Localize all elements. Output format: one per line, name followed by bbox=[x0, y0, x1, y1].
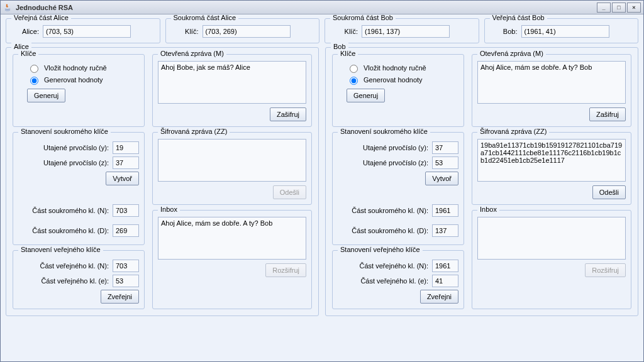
bob-send-button[interactable]: Odešli bbox=[592, 185, 626, 199]
bob-priv-n[interactable] bbox=[432, 204, 458, 217]
alice-private-value[interactable] bbox=[203, 25, 291, 38]
panel-legend: Veřejná část Bob bbox=[490, 14, 547, 21]
radio-label: Generovat hodnoty bbox=[364, 76, 423, 84]
label-prime-z: Utajené prvočíslo (z): bbox=[338, 159, 428, 167]
bob-keys-panel: Klíče Vložit hodnoty ručně Generovat hod… bbox=[332, 54, 464, 127]
window-buttons: _ □ × bbox=[597, 3, 641, 13]
alice-publish-button[interactable]: Zveřejni bbox=[101, 290, 139, 304]
bob-private-key-panel: Stanovení soukromého klíče Utajené prvoč… bbox=[332, 132, 464, 245]
alice-inbox-panel: Inbox Rozšifruj bbox=[152, 210, 312, 309]
bob-radio-generate[interactable] bbox=[350, 77, 358, 85]
bob-public-value[interactable] bbox=[521, 25, 609, 38]
panel-legend: Soukromá část Bob bbox=[330, 14, 396, 21]
window-title: Jednoduché RSA bbox=[16, 4, 597, 11]
bob-inbox-panel: Inbox Rozšifruj bbox=[472, 210, 631, 309]
main-row: Alice Klíče Vložit hodnoty ručně Generov… bbox=[6, 47, 638, 316]
bob-priv-d[interactable] bbox=[432, 224, 458, 237]
bob-private-panel: Soukromá část Bob Klíč: bbox=[325, 18, 479, 43]
label-prime-z: Utajené prvočíslo (z): bbox=[18, 159, 109, 167]
alice-public-panel: Veřejná část Alice Alice: bbox=[6, 18, 160, 43]
bob-section: Bob Klíče Vložit hodnoty ručně Generovat… bbox=[325, 47, 638, 316]
bob-create-button[interactable]: Vytvoř bbox=[425, 172, 458, 185]
label-prime-y: Utajené prvočíslo (y): bbox=[338, 144, 428, 151]
label-priv-n: Část soukromého kl. (N): bbox=[338, 207, 428, 214]
maximize-button[interactable]: □ bbox=[612, 3, 626, 13]
alice-keys-panel: Klíče Vložit hodnoty ručně Generovat hod… bbox=[13, 54, 145, 127]
bob-open-msg-panel: Otevřená zpráva (M) Zašifruj bbox=[472, 54, 631, 127]
alice-create-button[interactable]: Vytvoř bbox=[106, 172, 139, 185]
close-button[interactable]: × bbox=[627, 3, 641, 13]
alice-prime-y[interactable] bbox=[113, 141, 139, 154]
bob-prime-z[interactable] bbox=[432, 156, 458, 169]
panel-legend: Šifrovaná zpráva (ZZ) bbox=[477, 128, 549, 135]
bob-private-label: Klíč: bbox=[331, 28, 358, 35]
bob-public-label: Bob: bbox=[491, 28, 518, 35]
alice-cipher[interactable] bbox=[158, 139, 306, 182]
panel-legend: Soukromá část Alice bbox=[171, 14, 239, 21]
label-priv-n: Část soukromého kl. (N): bbox=[18, 207, 109, 214]
app-window: Jednoduché RSA _ □ × Veřejná část Alice … bbox=[0, 0, 644, 362]
bob-generate-button[interactable]: Generuj bbox=[347, 89, 385, 102]
bob-cipher[interactable] bbox=[477, 139, 626, 182]
minimize-button[interactable]: _ bbox=[597, 3, 611, 13]
label-pub-e: Část veřejného kl. (e): bbox=[18, 277, 109, 285]
panel-legend: Klíče bbox=[338, 50, 358, 57]
bob-decrypt-button: Rozšifruj bbox=[585, 263, 626, 277]
alice-prime-z[interactable] bbox=[113, 156, 139, 169]
label-prime-y: Utajené prvočíslo (y): bbox=[18, 144, 109, 151]
alice-private-panel: Soukromá část Alice Klíč: bbox=[165, 18, 320, 43]
alice-private-label: Klíč: bbox=[172, 28, 199, 35]
alice-radio-generate[interactable] bbox=[30, 77, 38, 85]
alice-generate-button[interactable]: Generuj bbox=[27, 89, 65, 102]
panel-legend: Klíče bbox=[18, 50, 38, 57]
alice-pub-e[interactable] bbox=[113, 275, 139, 287]
bob-prime-y[interactable] bbox=[432, 141, 458, 154]
bob-cipher-panel: Šifrovaná zpráva (ZZ) Odešli bbox=[472, 132, 631, 205]
alice-encrypt-button[interactable]: Zašifruj bbox=[270, 107, 306, 121]
alice-open-msg[interactable] bbox=[158, 61, 306, 104]
bob-public-key-panel: Stanovení veřejného klíče Část veřejného… bbox=[332, 250, 464, 309]
alice-public-value[interactable] bbox=[43, 25, 131, 38]
panel-legend: Otevřená zpráva (M) bbox=[477, 50, 546, 57]
bob-pub-n[interactable] bbox=[432, 260, 458, 272]
radio-label: Vložit hodnoty ručně bbox=[364, 64, 426, 72]
top-key-row: Veřejná část Alice Alice: Soukromá část … bbox=[6, 18, 638, 43]
alice-priv-d[interactable] bbox=[113, 224, 139, 237]
alice-pub-n[interactable] bbox=[113, 260, 139, 272]
label-pub-e: Část veřejného kl. (e): bbox=[338, 277, 428, 285]
titlebar: Jednoduché RSA _ □ × bbox=[1, 1, 643, 14]
alice-public-key-panel: Stanovení veřejného klíče Část veřejného… bbox=[13, 250, 145, 309]
label-priv-d: Část soukromého kl. (D): bbox=[18, 227, 109, 234]
panel-legend: Veřejná část Alice bbox=[11, 14, 71, 21]
alice-open-msg-panel: Otevřená zpráva (M) Zašifruj bbox=[152, 54, 312, 127]
radio-label: Generovat hodnoty bbox=[44, 76, 103, 84]
alice-send-button: Odešli bbox=[273, 185, 306, 199]
alice-priv-n[interactable] bbox=[113, 204, 139, 217]
alice-inbox[interactable] bbox=[158, 217, 306, 260]
alice-decrypt-button: Rozšifruj bbox=[265, 263, 306, 277]
bob-open-msg[interactable] bbox=[477, 61, 626, 104]
alice-public-label: Alice: bbox=[13, 28, 39, 35]
alice-private-key-panel: Stanovení soukromého klíče Utajené prvoč… bbox=[13, 132, 145, 245]
alice-section: Alice Klíče Vložit hodnoty ručně Generov… bbox=[6, 47, 319, 316]
bob-radio-manual[interactable] bbox=[350, 65, 358, 73]
label-priv-d: Část soukromého kl. (D): bbox=[338, 227, 428, 234]
bob-inbox[interactable] bbox=[477, 217, 626, 260]
radio-label: Vložit hodnoty ručně bbox=[44, 64, 107, 72]
panel-legend: Otevřená zpráva (M) bbox=[158, 50, 226, 57]
java-icon bbox=[3, 3, 12, 12]
content-area: Veřejná část Alice Alice: Soukromá část … bbox=[1, 14, 643, 361]
alice-radio-manual[interactable] bbox=[30, 65, 38, 73]
label-pub-n: Část veřejného kl. (N): bbox=[338, 262, 428, 270]
bob-publish-button[interactable]: Zveřejni bbox=[420, 290, 458, 304]
bob-private-value[interactable] bbox=[362, 25, 450, 38]
alice-cipher-panel: Šifrovaná zpráva (ZZ) Odešli bbox=[152, 132, 312, 205]
panel-legend: Stanovení soukromého klíče bbox=[338, 128, 430, 135]
label-pub-n: Část veřejného kl. (N): bbox=[18, 262, 109, 270]
bob-public-panel: Veřejná část Bob Bob: bbox=[484, 18, 639, 43]
bob-encrypt-button[interactable]: Zašifruj bbox=[589, 107, 626, 121]
panel-legend: Stanovení veřejného klíče bbox=[18, 246, 103, 253]
panel-legend: Inbox bbox=[158, 206, 180, 213]
bob-pub-e[interactable] bbox=[432, 275, 458, 287]
panel-legend: Stanovení soukromého klíče bbox=[18, 128, 111, 135]
